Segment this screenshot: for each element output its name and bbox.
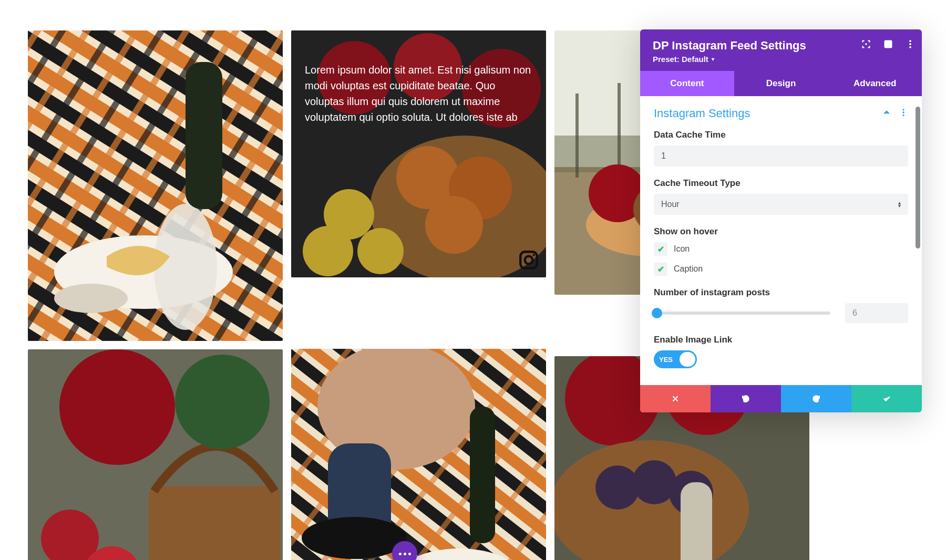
toggle-state: YES <box>659 356 673 364</box>
save-button[interactable] <box>851 385 922 412</box>
svg-point-75 <box>910 40 911 42</box>
ellipsis-icon <box>399 553 411 555</box>
image-link-toggle[interactable]: YES <box>654 350 697 368</box>
scrollbar-thumb[interactable] <box>916 107 920 248</box>
posts-count-slider[interactable] <box>654 312 830 315</box>
svg-rect-74 <box>885 40 891 47</box>
focus-icon[interactable] <box>861 39 871 51</box>
svg-rect-15 <box>149 486 280 560</box>
panel-body: Instagram Settings Data Cache Time Cache… <box>640 96 922 385</box>
tab-design[interactable]: Design <box>734 71 828 96</box>
feed-tile[interactable] <box>28 30 283 341</box>
svg-rect-50 <box>575 94 579 178</box>
hover-caption-text: Lorem ipsum dolor sit amet. Est nisi gal… <box>305 62 532 125</box>
undo-button[interactable] <box>711 385 781 412</box>
toggle-knob <box>680 352 695 367</box>
svg-point-78 <box>903 109 904 110</box>
svg-point-16 <box>59 349 175 465</box>
svg-point-34 <box>533 254 535 256</box>
instagram-icon[interactable] <box>518 249 540 271</box>
svg-point-77 <box>910 46 911 48</box>
tab-advanced[interactable]: Advanced <box>828 71 922 96</box>
feed-tile[interactable] <box>28 349 283 560</box>
svg-point-7 <box>154 204 217 330</box>
hover-caption-checkbox[interactable]: ✔ <box>654 262 667 276</box>
image-link-label: Enable Image Link <box>654 335 908 345</box>
hover-caption-label: Caption <box>674 264 703 274</box>
panel-footer <box>640 385 922 412</box>
svg-point-42 <box>302 517 407 559</box>
chevron-up-icon[interactable] <box>882 108 891 119</box>
feed-tile[interactable] <box>291 349 546 560</box>
kebab-menu-icon[interactable] <box>899 108 908 119</box>
svg-rect-51 <box>618 83 621 178</box>
panel-header: DP Instagram Feed Settings Preset: Defau… <box>640 29 922 71</box>
svg-point-79 <box>903 112 904 113</box>
columns-icon[interactable] <box>883 39 893 51</box>
kebab-menu-icon[interactable] <box>905 39 916 51</box>
preset-selector[interactable]: Preset: Default ▾ <box>653 55 909 64</box>
posts-count-label: Number of instagram posts <box>654 287 908 298</box>
cache-time-label: Data Cache Time <box>654 130 908 140</box>
section-title[interactable]: Instagram Settings <box>654 107 750 120</box>
svg-rect-66 <box>681 482 712 560</box>
svg-rect-43 <box>470 407 495 543</box>
feed-tile-hovered[interactable]: Lorem ipsum dolor sit amet. Est nisi gal… <box>291 30 546 277</box>
photo-picnic-people <box>291 349 546 560</box>
svg-point-73 <box>865 43 867 45</box>
svg-point-9 <box>54 284 128 313</box>
chevron-down-icon: ▾ <box>712 56 714 62</box>
cache-type-label: Cache Timeout Type <box>654 178 908 189</box>
panel-tabs: Content Design Advanced <box>640 71 922 96</box>
hover-icon-checkbox[interactable]: ✔ <box>654 242 667 256</box>
redo-button[interactable] <box>781 385 851 412</box>
cache-time-input[interactable] <box>654 146 908 167</box>
svg-point-76 <box>910 44 911 45</box>
svg-point-33 <box>525 256 533 264</box>
svg-point-80 <box>903 115 904 116</box>
posts-count-input[interactable] <box>845 303 908 323</box>
cache-type-select[interactable]: Hour <box>654 194 908 215</box>
hover-icon-label: Icon <box>674 244 690 254</box>
hover-caption-overlay: Lorem ipsum dolor sit amet. Est nisi gal… <box>291 30 546 277</box>
photo-apple-basket-flowers <box>28 349 283 560</box>
tab-content[interactable]: Content <box>640 71 734 96</box>
svg-point-17 <box>175 355 270 449</box>
hover-label: Show on hover <box>654 226 908 237</box>
svg-rect-8 <box>186 62 222 209</box>
settings-panel: DP Instagram Feed Settings Preset: Defau… <box>640 29 922 412</box>
photo-picnic-wine-bread <box>28 30 283 341</box>
cancel-button[interactable] <box>640 385 711 412</box>
slider-thumb[interactable] <box>652 308 662 318</box>
